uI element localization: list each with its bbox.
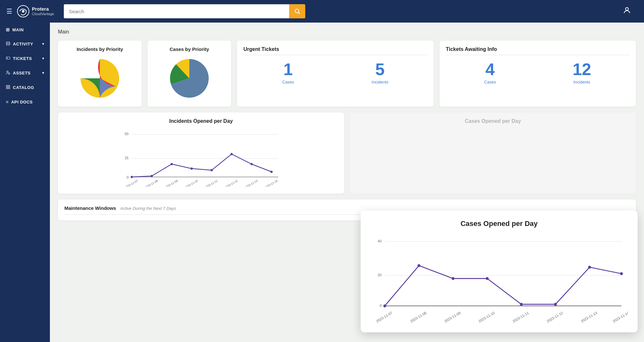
svg-point-4 xyxy=(626,7,629,10)
svg-rect-13 xyxy=(8,85,10,87)
maintenance-title: Maintenance Windows xyxy=(64,205,116,211)
svg-text:2023-11-10: 2023-11-10 xyxy=(184,179,198,187)
awaiting-cases-number: 4 xyxy=(484,61,496,78)
svg-point-48 xyxy=(520,303,523,306)
svg-text:2023-11-09: 2023-11-09 xyxy=(164,179,178,187)
search-area xyxy=(64,4,305,18)
sidebar-item-assets[interactable]: ASSETS ▾ xyxy=(0,66,50,80)
svg-point-24 xyxy=(171,163,173,165)
svg-text:2023-11-11: 2023-11-11 xyxy=(512,311,530,323)
urgent-divider xyxy=(243,55,427,55)
cases-day-floating-card: Cases Opened per Day 40 20 0 2023-11-07 … xyxy=(361,210,638,332)
svg-rect-15 xyxy=(6,87,8,89)
maintenance-sub: Active During the Next 7 Days xyxy=(120,206,176,211)
awaiting-cases-stat: 4 Cases xyxy=(484,61,496,84)
svg-text:2023-11-08: 2023-11-08 xyxy=(144,179,158,187)
header: ☰ Protera CloudVantage xyxy=(0,0,644,23)
main-icon: ⊞ xyxy=(6,27,10,32)
sidebar-item-activity[interactable]: ACTIVITY ▾ xyxy=(0,37,50,51)
svg-point-11 xyxy=(8,73,10,74)
charts-row: Incidents Opened per Day 50 25 0 xyxy=(58,112,636,194)
svg-point-45 xyxy=(418,264,421,267)
incidents-pie-title: Incidents by Priority xyxy=(77,46,123,52)
urgent-cases-number: 1 xyxy=(282,61,294,78)
svg-text:2023-11-11: 2023-11-11 xyxy=(204,179,218,187)
svg-line-3 xyxy=(298,13,300,14)
svg-text:2023-11-08: 2023-11-08 xyxy=(410,311,427,323)
logo-icon xyxy=(17,5,29,17)
cases-line-chart: 40 20 0 2023-11-07 2023-11-08 2023-11-09… xyxy=(370,234,628,325)
urgent-incidents-stat: 5 Incidents xyxy=(372,61,388,84)
search-icon xyxy=(294,8,300,15)
svg-point-46 xyxy=(452,277,455,280)
sidebar-item-api-docs[interactable]: ≡ API DOCS xyxy=(0,95,50,109)
awaiting-numbers: 4 Cases 12 Incidents xyxy=(446,61,630,84)
svg-point-10 xyxy=(7,71,8,73)
logo-text: Protera CloudVantage xyxy=(32,6,54,16)
cases-by-priority-card: Cases by Priority xyxy=(147,41,231,107)
user-avatar-icon xyxy=(623,6,631,15)
svg-rect-12 xyxy=(6,85,8,87)
awaiting-incidents-label: Incidents xyxy=(573,80,591,84)
svg-point-22 xyxy=(131,176,133,178)
user-icon[interactable] xyxy=(623,6,631,16)
svg-text:20: 20 xyxy=(378,273,382,277)
assets-arrow: ▾ xyxy=(42,71,44,75)
urgent-numbers: 1 Cases 5 Incidents xyxy=(243,61,427,84)
svg-point-49 xyxy=(554,303,557,306)
awaiting-incidents-number: 12 xyxy=(573,61,591,78)
urgent-tickets-title: Urgent Tickets xyxy=(243,46,427,52)
cases-day-title-bg: Cases Opened per Day xyxy=(356,118,630,124)
cases-pie-title: Cases by Priority xyxy=(170,46,209,52)
sidebar-item-main[interactable]: ⊞ MAIN xyxy=(0,23,50,37)
svg-text:0: 0 xyxy=(380,304,382,308)
svg-rect-5 xyxy=(6,42,10,45)
incidents-pie-chart xyxy=(77,56,122,101)
api-docs-icon: ≡ xyxy=(6,99,9,104)
assets-icon xyxy=(6,70,10,76)
page-title: Main xyxy=(58,29,636,35)
sidebar: ⊞ MAIN ACTIVITY ▾ TICKETS ▾ ASSETS ▾ CAT… xyxy=(0,23,50,342)
svg-point-23 xyxy=(151,175,153,177)
urgent-cases-label: Cases xyxy=(282,80,294,84)
awaiting-tickets-card: Tickets Awaiting Info 4 Cases 12 Inciden… xyxy=(440,41,636,107)
tickets-arrow: ▾ xyxy=(42,56,44,61)
tickets-icon xyxy=(6,56,10,61)
urgent-incidents-label: Incidents xyxy=(372,80,388,84)
incidents-day-chart-card: Incidents Opened per Day 50 25 0 xyxy=(58,112,344,194)
svg-text:2023-11-12: 2023-11-12 xyxy=(224,179,238,187)
svg-text:2023-11-10: 2023-11-10 xyxy=(478,311,496,323)
svg-point-26 xyxy=(211,169,213,171)
svg-text:2023-11-13: 2023-11-13 xyxy=(244,179,258,187)
activity-icon xyxy=(6,41,10,47)
svg-point-50 xyxy=(588,266,591,269)
svg-text:2023-11-14: 2023-11-14 xyxy=(264,179,278,187)
search-button[interactable] xyxy=(289,4,305,18)
floating-chart-title: Cases Opened per Day xyxy=(370,220,628,228)
cases-day-chart-card-bg: Cases Opened per Day xyxy=(350,112,636,194)
sidebar-item-tickets[interactable]: TICKETS ▾ xyxy=(0,51,50,66)
svg-point-25 xyxy=(191,168,193,170)
urgent-tickets-card: Urgent Tickets 1 Cases 5 Incidents xyxy=(237,41,434,107)
catalog-icon xyxy=(6,85,10,90)
awaiting-incidents-stat: 12 Incidents xyxy=(573,61,591,84)
svg-text:2023-11-09: 2023-11-09 xyxy=(444,311,461,323)
svg-text:2023-11-12: 2023-11-12 xyxy=(546,311,564,323)
search-input[interactable] xyxy=(64,4,289,18)
svg-point-29 xyxy=(270,171,273,173)
sidebar-item-catalog[interactable]: CATALOG xyxy=(0,80,50,95)
svg-text:2023-11-07: 2023-11-07 xyxy=(124,179,138,187)
hamburger-icon[interactable]: ☰ xyxy=(6,7,12,15)
svg-rect-8 xyxy=(6,57,10,59)
incidents-line-chart: 50 25 0 2023-1 xyxy=(64,129,338,187)
activity-arrow: ▾ xyxy=(42,42,44,46)
svg-point-2 xyxy=(295,9,299,13)
cards-row: Incidents by Priority Cas xyxy=(58,41,636,107)
svg-point-27 xyxy=(231,153,233,155)
incidents-by-priority-card: Incidents by Priority xyxy=(58,41,142,107)
svg-text:25: 25 xyxy=(125,156,128,160)
svg-text:2023-11-13: 2023-11-13 xyxy=(580,311,598,323)
urgent-incidents-number: 5 xyxy=(372,61,388,78)
urgent-cases-stat: 1 Cases xyxy=(282,61,294,84)
logo: Protera CloudVantage xyxy=(17,5,54,17)
